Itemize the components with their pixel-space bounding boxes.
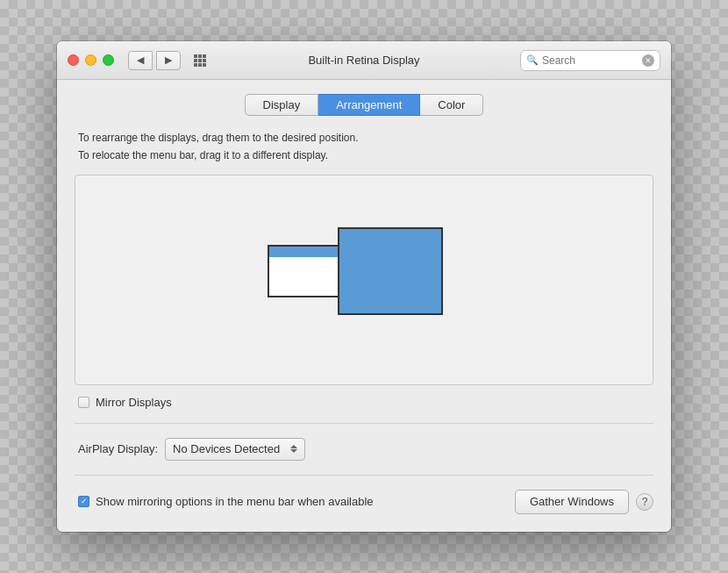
help-button[interactable]: ? [636, 493, 653, 511]
show-mirroring-checkbox[interactable]: ✓ [78, 496, 89, 507]
display-2[interactable] [338, 227, 443, 315]
tab-arrangement[interactable]: Arrangement [318, 94, 420, 116]
description-line1: To rearrange the displays, drag them to … [78, 130, 653, 147]
description-text: To rearrange the displays, drag them to … [78, 130, 653, 163]
maximize-button[interactable] [103, 54, 114, 66]
back-button[interactable]: ◀ [128, 51, 153, 70]
show-mirroring-row: ✓ Show mirroring options in the menu bar… [78, 495, 374, 508]
airplay-label: AirPlay Display: [78, 442, 158, 455]
search-box[interactable]: 🔍 ✕ [520, 50, 660, 71]
navigation-buttons: ◀ ▶ [128, 51, 181, 70]
description-line2: To relocate the menu bar, drag it to a d… [78, 147, 653, 164]
tab-bar: Display Arrangement Color [75, 94, 653, 116]
titlebar: ◀ ▶ Built-in Retina Display 🔍 ✕ [57, 41, 671, 80]
forward-icon: ▶ [165, 54, 172, 66]
mirror-displays-label: Mirror Displays [96, 396, 172, 409]
bottom-row: ✓ Show mirroring options in the menu bar… [78, 490, 653, 514]
minimize-button[interactable] [85, 54, 96, 66]
tab-display[interactable]: Display [245, 94, 319, 116]
gather-windows-button[interactable]: Gather Windows [515, 490, 629, 514]
search-icon: 🔍 [526, 54, 539, 66]
display-container [268, 227, 460, 333]
airplay-select-value: No Devices Detected [173, 442, 280, 455]
show-mirroring-label: Show mirroring options in the menu bar w… [96, 495, 374, 508]
tab-color[interactable]: Color [420, 94, 483, 116]
select-arrow-icon [290, 445, 297, 453]
airplay-row: AirPlay Display: No Devices Detected [78, 438, 653, 461]
search-clear-button[interactable]: ✕ [642, 54, 654, 67]
menu-bar-indicator [269, 247, 343, 257]
traffic-lights [68, 54, 114, 66]
separator-1 [75, 423, 653, 424]
mirror-displays-row: Mirror Displays [78, 396, 653, 409]
grid-button[interactable] [188, 51, 212, 70]
content-area: Display Arrangement Color To rearrange t… [57, 80, 671, 531]
arrangement-area[interactable] [75, 175, 653, 385]
forward-button[interactable]: ▶ [156, 51, 181, 70]
airplay-select[interactable]: No Devices Detected [165, 438, 305, 461]
close-button[interactable] [68, 54, 79, 66]
back-icon: ◀ [137, 54, 144, 66]
mirror-displays-checkbox[interactable] [78, 397, 89, 408]
button-group: Gather Windows ? [515, 490, 653, 514]
checkmark-icon: ✓ [81, 498, 88, 505]
display-1[interactable] [268, 245, 345, 297]
search-input[interactable] [542, 54, 639, 67]
separator-2 [75, 475, 653, 476]
window-title: Built-in Retina Display [308, 54, 419, 67]
grid-icon [194, 54, 206, 67]
main-window: ◀ ▶ Built-in Retina Display 🔍 ✕ Display … [57, 41, 671, 531]
